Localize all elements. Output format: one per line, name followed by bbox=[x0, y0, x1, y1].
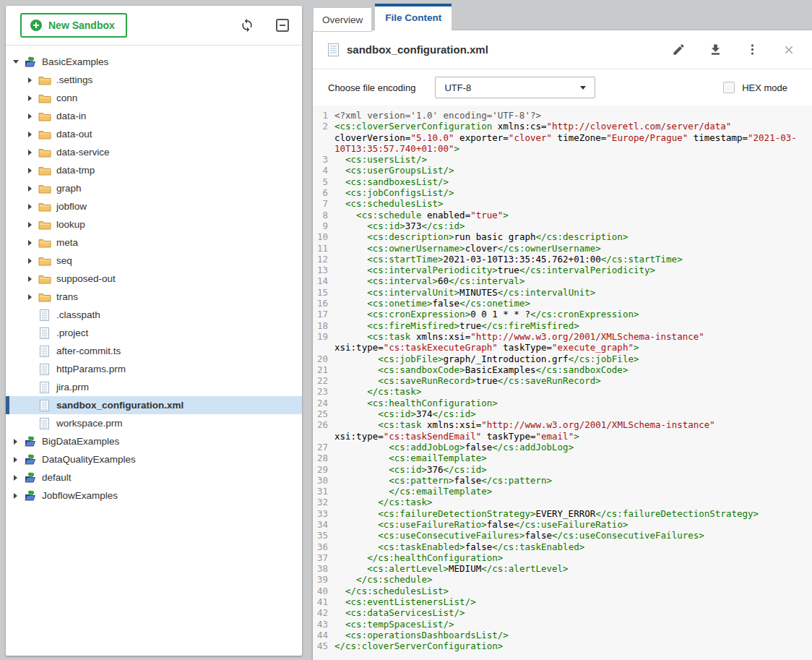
tree-item-trans[interactable]: trans bbox=[6, 288, 302, 306]
chevron-right-icon[interactable] bbox=[27, 95, 38, 101]
code-line: 31 </cs:emailTemplate> bbox=[313, 486, 812, 497]
tab-file-content[interactable]: File Content bbox=[375, 4, 452, 33]
sandbox-icon bbox=[23, 56, 37, 68]
code-line: 28 <cs:emailTemplate> bbox=[313, 453, 812, 463]
line-number: 20 bbox=[313, 353, 334, 364]
tree-item-label: seq bbox=[56, 255, 72, 266]
tree-item-dataqualityexamples[interactable]: DataQualityExamples bbox=[6, 450, 302, 468]
hex-mode-checkbox[interactable] bbox=[723, 82, 735, 93]
tree-item-supposed-out[interactable]: supposed-out bbox=[6, 270, 302, 288]
line-number: 9 bbox=[313, 220, 334, 231]
line-number: 30 bbox=[313, 475, 334, 486]
chevron-right-icon[interactable] bbox=[27, 204, 38, 210]
chevron-right-icon[interactable] bbox=[12, 475, 23, 481]
chevron-right-icon[interactable] bbox=[12, 457, 23, 463]
tree-item-seq[interactable]: seq bbox=[6, 252, 302, 270]
code-text: <cs:intervalUnit>MINUTES</cs:intervalUni… bbox=[334, 287, 812, 298]
chevron-right-icon[interactable] bbox=[27, 150, 38, 155]
download-button[interactable] bbox=[707, 40, 725, 59]
chevron-right-icon[interactable] bbox=[27, 294, 38, 300]
code-text: <cs:alertLevel>MEDIUM</cs:alertLevel> bbox=[334, 563, 812, 574]
code-text: </cs:cloverServerConfiguration> bbox=[334, 640, 812, 651]
tree-item-httpparams-prm[interactable]: httpParams.prm bbox=[6, 360, 302, 378]
tree-item-graph[interactable]: graph bbox=[6, 179, 302, 197]
tree-item-project[interactable]: .project bbox=[6, 324, 302, 342]
close-button[interactable] bbox=[780, 41, 798, 59]
tree-item-label: data-tmp bbox=[56, 165, 95, 176]
line-number: 40 bbox=[313, 586, 334, 596]
chevron-right-icon[interactable] bbox=[27, 168, 38, 173]
code-text: <cs:jobFile>graph/_Introduction.grf</cs:… bbox=[334, 353, 812, 364]
chevron-right-icon[interactable] bbox=[27, 186, 38, 192]
edit-button[interactable] bbox=[670, 40, 688, 59]
tree-item-jobflow[interactable]: jobflow bbox=[6, 197, 302, 215]
tree-item-label: meta bbox=[56, 237, 78, 248]
chevron-down-icon[interactable] bbox=[12, 60, 23, 64]
tree-item-default[interactable]: default bbox=[6, 468, 302, 487]
chevron-right-icon[interactable] bbox=[27, 132, 38, 137]
tree-item-classpath[interactable]: .classpath bbox=[6, 306, 302, 324]
line-number: 35 bbox=[313, 530, 334, 541]
tree-item-workspace-prm[interactable]: workspace.prm bbox=[6, 414, 302, 432]
tree-item-meta[interactable]: meta bbox=[6, 233, 302, 252]
line-number: 11 bbox=[313, 243, 334, 254]
line-number: 25 bbox=[313, 408, 334, 419]
tree-item-after-commit-ts[interactable]: after-commit.ts bbox=[6, 342, 302, 360]
plus-circle-icon bbox=[30, 20, 42, 31]
file-icon bbox=[38, 364, 51, 375]
collapse-all-button[interactable] bbox=[275, 17, 290, 33]
chevron-right-icon[interactable] bbox=[27, 240, 38, 246]
code-line: 34 <cs:useFailureRatio>false</cs:useFail… bbox=[313, 519, 812, 530]
code-line: 7 <cs:schedulesList> bbox=[313, 198, 812, 209]
new-sandbox-button[interactable]: New Sandbox bbox=[20, 13, 127, 38]
line-number: 7 bbox=[313, 198, 334, 209]
chevron-right-icon[interactable] bbox=[27, 77, 38, 83]
code-line: 25 <cs:id>374</cs:id> bbox=[313, 408, 812, 419]
line-number: 36 bbox=[313, 541, 334, 552]
sandbox-icon bbox=[23, 472, 37, 484]
code-text: <cs:healthConfiguration> bbox=[334, 398, 812, 408]
code-line: 33 <cs:failureDetectionStrategy>EVERY_ER… bbox=[313, 508, 812, 519]
code-line: 32 </cs:task> bbox=[313, 497, 812, 507]
tree-item-sandbox-configuration-xml[interactable]: sandbox_configuration.xml bbox=[6, 396, 302, 414]
tree-item-label: sandbox_configuration.xml bbox=[56, 400, 183, 411]
chevron-right-icon[interactable] bbox=[12, 493, 23, 499]
code-line: 1<?xml version='1.0' encoding='UTF-8'?> bbox=[313, 110, 812, 121]
new-sandbox-label: New Sandbox bbox=[48, 20, 115, 31]
file-icon bbox=[38, 346, 51, 357]
tree-item-conn[interactable]: conn bbox=[6, 89, 302, 107]
code-text: <cs:jobConfigsList/> bbox=[334, 187, 812, 198]
tree-item-lookup[interactable]: lookup bbox=[6, 215, 302, 233]
more-actions-button[interactable] bbox=[743, 40, 761, 59]
code-line: 14 <cs:interval>60</cs:interval> bbox=[313, 275, 812, 286]
refresh-button[interactable] bbox=[238, 17, 256, 34]
chevron-right-icon[interactable] bbox=[12, 439, 23, 445]
code-line: 15 <cs:intervalUnit>MINUTES</cs:interval… bbox=[313, 287, 812, 298]
tree-item-jobflowexamples[interactable]: JobflowExamples bbox=[6, 487, 302, 505]
code-line: 41 <cs:eventListenersList/> bbox=[313, 596, 812, 607]
code-line: 9 <cs:id>373</cs:id> bbox=[313, 220, 812, 231]
tree-item-data-in[interactable]: data-in bbox=[6, 107, 302, 125]
tree-item-data-out[interactable]: data-out bbox=[6, 125, 302, 143]
encoding-select[interactable]: UTF-8 bbox=[435, 77, 595, 98]
tree-item-bigdataexamples[interactable]: BigDataExamples bbox=[6, 432, 302, 450]
code-line: 10 <cs:description>run basic graph</cs:d… bbox=[313, 231, 812, 242]
line-number: 13 bbox=[313, 265, 334, 275]
tree-item-label: conn bbox=[56, 93, 77, 103]
tree-item-data-service[interactable]: data-service bbox=[6, 143, 302, 161]
tree-item-label: supposed-out bbox=[56, 273, 116, 284]
tree-item-basicexamples[interactable]: BasicExamples bbox=[6, 53, 302, 71]
chevron-right-icon[interactable] bbox=[27, 258, 38, 264]
chevron-right-icon[interactable] bbox=[27, 222, 38, 228]
code-text: <cs:cloverServerConfiguration xmlns:cs="… bbox=[334, 121, 812, 154]
code-text: </cs:healthConfiguration> bbox=[334, 552, 812, 563]
chevron-right-icon[interactable] bbox=[27, 113, 38, 119]
encoding-selected-value: UTF-8 bbox=[444, 82, 471, 93]
tab-overview[interactable]: Overview bbox=[313, 7, 372, 32]
chevron-right-icon[interactable] bbox=[27, 276, 38, 282]
tree-item-jira-prm[interactable]: jira.prm bbox=[6, 378, 302, 396]
line-number: 31 bbox=[313, 486, 334, 497]
tree-item-settings[interactable]: .settings bbox=[6, 71, 302, 89]
tree-item-data-tmp[interactable]: data-tmp bbox=[6, 161, 302, 179]
code-text: <cs:taskEnabled>false</cs:taskEnabled> bbox=[334, 541, 812, 552]
